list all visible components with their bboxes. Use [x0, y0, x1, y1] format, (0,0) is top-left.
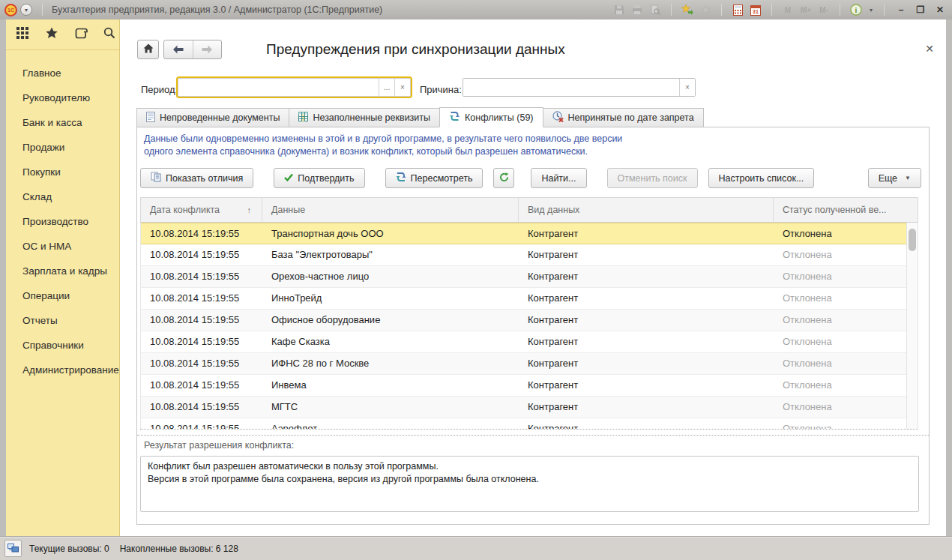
- cell-date: 10.08.2014 15:19:55: [141, 266, 262, 287]
- back-button[interactable]: [164, 40, 193, 58]
- favorites-star-icon[interactable]: [45, 27, 58, 43]
- table-icon: [298, 112, 308, 124]
- column-header-1[interactable]: Данные: [262, 198, 519, 222]
- column-header-2[interactable]: Вид данных: [519, 198, 774, 222]
- table-row[interactable]: 10.08.2014 15:19:55АэрофлотКонтрагентОтк…: [141, 418, 918, 429]
- table-row[interactable]: 10.08.2014 15:19:55База "Электротовары"К…: [141, 244, 918, 266]
- reason-input[interactable]: [463, 79, 679, 96]
- calendar-icon[interactable]: 31: [749, 3, 762, 16]
- cell-date: 10.08.2014 15:19:55: [141, 310, 262, 331]
- sidebar-item-2[interactable]: Банк и касса: [6, 110, 119, 135]
- table-row[interactable]: 10.08.2014 15:19:55ИнвемаКонтрагентОткло…: [141, 375, 918, 397]
- document-icon: [146, 112, 155, 124]
- period-clear-button[interactable]: ×: [394, 79, 410, 96]
- show-diff-button[interactable]: Показать отличия: [140, 168, 253, 188]
- table-row[interactable]: 10.08.2014 15:19:55ИнноТрейдКонтрагентОт…: [141, 288, 918, 310]
- conflict-arrows-icon: [396, 172, 406, 184]
- review-button[interactable]: Пересмотреть: [385, 168, 483, 188]
- period-input[interactable]: [178, 79, 379, 96]
- close-button[interactable]: ✕: [933, 4, 948, 15]
- tab-3[interactable]: Непринятые по дате запрета: [543, 108, 704, 127]
- period-picker-button[interactable]: ...: [379, 79, 394, 96]
- result-text-box: Конфликт был разрешен автоматически в по…: [140, 456, 919, 512]
- table-row[interactable]: 10.08.2014 15:19:55Транспортная дочь ООО…: [141, 223, 918, 244]
- sidebar-item-3[interactable]: Продажи: [6, 135, 119, 160]
- cell-kind: Контрагент: [519, 397, 774, 418]
- minimize-button[interactable]: –: [894, 4, 909, 15]
- cell-date: 10.08.2014 15:19:55: [141, 223, 262, 244]
- calculator-icon[interactable]: [731, 3, 744, 16]
- cell-data: Кафе Сказка: [262, 331, 519, 352]
- sidebar-item-0[interactable]: Главное: [6, 61, 119, 85]
- cell-kind: Контрагент: [519, 353, 774, 374]
- maximize-button[interactable]: ❐: [913, 4, 928, 15]
- scrollbar-thumb[interactable]: [909, 229, 916, 251]
- reason-label: Причина:: [420, 81, 462, 99]
- cell-date: 10.08.2014 15:19:55: [141, 418, 262, 429]
- sidebar-item-4[interactable]: Покупки: [6, 160, 119, 184]
- cell-status: Отклонена: [774, 244, 918, 265]
- sidebar-item-12[interactable]: Администрирование: [6, 358, 119, 382]
- table-row[interactable]: 10.08.2014 15:19:55Кафе СказкаКонтрагент…: [141, 331, 918, 353]
- sidebar-item-7[interactable]: ОС и НМА: [6, 234, 119, 259]
- forward-button[interactable]: [193, 40, 222, 58]
- favorites-icon: [699, 3, 712, 16]
- tab-1[interactable]: Незаполненные реквизиты: [289, 108, 439, 127]
- memory-m-plus-icon: M+: [799, 3, 813, 16]
- table-scrollbar[interactable]: [906, 223, 918, 429]
- add-favorite-icon[interactable]: [681, 3, 694, 16]
- preview-icon: [648, 3, 662, 16]
- cell-status: Отклонена: [774, 288, 918, 309]
- section-sidebar: ГлавноеРуководителюБанк и кассаПродажиПо…: [6, 19, 120, 536]
- column-header-0[interactable]: Дата конфликта↑: [141, 198, 262, 222]
- cancel-search-button: Отменить поиск: [607, 168, 698, 188]
- history-icon[interactable]: [74, 28, 88, 42]
- 1c-logo-icon: 1С: [4, 4, 17, 16]
- search-icon[interactable]: [103, 27, 115, 42]
- divider: [771, 4, 772, 16]
- column-header-3[interactable]: Статус полученной ве...: [774, 198, 918, 222]
- info-icon[interactable]: i: [849, 3, 863, 16]
- cell-status: Отклонена: [774, 375, 918, 396]
- main-menu-chevron-icon[interactable]: ▾: [20, 4, 32, 16]
- cell-kind: Контрагент: [519, 418, 774, 429]
- form-close-icon[interactable]: ✕: [925, 43, 934, 55]
- sidebar-item-10[interactable]: Отчеты: [6, 308, 119, 333]
- splitter[interactable]: [137, 435, 929, 436]
- tab-0[interactable]: Непроведенные документы: [136, 108, 289, 127]
- table-row[interactable]: 10.08.2014 15:19:55Офисное оборудованиеК…: [141, 310, 918, 331]
- conflict-icon: [449, 111, 460, 124]
- window-title: Бухгалтерия предприятия, редакция 3.0 / …: [52, 4, 612, 15]
- divider: [42, 4, 43, 16]
- conflicts-table: Дата конфликта↑ДанныеВид данныхСтатус по…: [140, 197, 918, 430]
- reason-clear-button[interactable]: ×: [679, 79, 695, 96]
- sidebar-item-8[interactable]: Зарплата и кадры: [6, 259, 119, 283]
- sidebar-item-5[interactable]: Склад: [6, 184, 119, 209]
- sidebar-item-1[interactable]: Руководителю: [6, 85, 119, 110]
- table-row[interactable]: 10.08.2014 15:19:55Орехов-частное лицоКо…: [141, 266, 918, 288]
- confirm-button[interactable]: Подтвердить: [274, 168, 364, 188]
- more-button[interactable]: Еще▼: [868, 168, 921, 188]
- cell-status: Отклонена: [774, 353, 918, 374]
- menu-grid-icon[interactable]: [16, 27, 29, 43]
- conflicts-panel: Данные были одновременно изменены в этой…: [136, 127, 930, 525]
- check-icon: [284, 173, 293, 184]
- tab-2[interactable]: Конфликты (59): [439, 107, 543, 127]
- cell-status: Отклонена: [774, 331, 918, 352]
- refresh-button[interactable]: [493, 168, 514, 188]
- table-row[interactable]: 10.08.2014 15:19:55ИФНС 28 по г МосквеКо…: [141, 353, 918, 375]
- sidebar-item-6[interactable]: Производство: [6, 209, 119, 234]
- info-text: Данные были одновременно изменены в этой…: [144, 133, 921, 158]
- cell-date: 10.08.2014 15:19:55: [141, 331, 262, 352]
- cell-status: Отклонена: [774, 266, 918, 287]
- info-chevron-icon[interactable]: ▾: [867, 3, 875, 16]
- home-button[interactable]: [137, 40, 159, 59]
- find-button[interactable]: Найти...: [531, 168, 586, 188]
- server-calls-icon[interactable]: [4, 540, 22, 557]
- configure-list-button[interactable]: Настроить список...: [708, 168, 815, 188]
- sidebar-item-11[interactable]: Справочники: [6, 333, 119, 358]
- cell-kind: Контрагент: [519, 288, 774, 309]
- sidebar-item-9[interactable]: Операции: [6, 283, 119, 308]
- table-row[interactable]: 10.08.2014 15:19:55МГТСКонтрагентОтклоне…: [141, 397, 918, 418]
- cell-kind: Контрагент: [519, 266, 774, 287]
